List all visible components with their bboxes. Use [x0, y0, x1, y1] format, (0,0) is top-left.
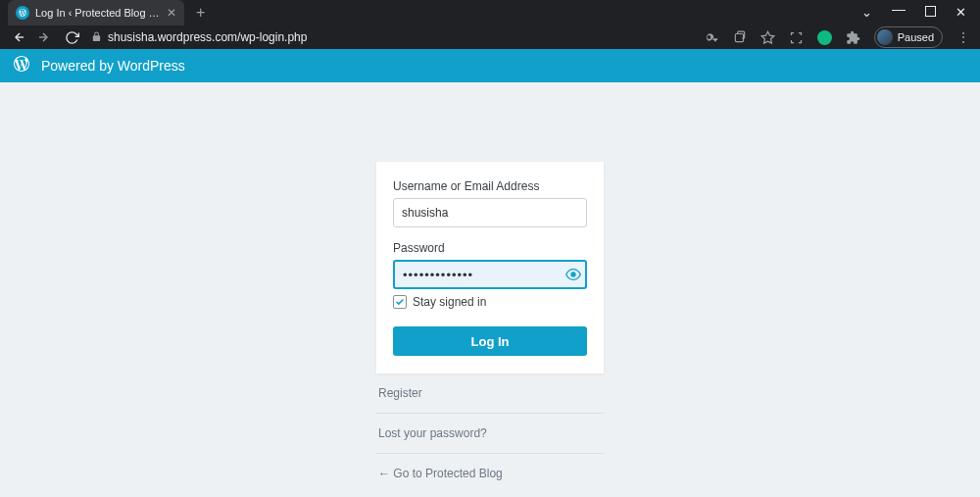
forward-button[interactable] [37, 29, 53, 45]
password-input[interactable] [393, 260, 587, 289]
frame-icon[interactable] [789, 30, 804, 45]
stay-signed-label: Stay signed in [413, 295, 486, 309]
close-tab-icon[interactable]: ✕ [167, 6, 176, 20]
url-bar[interactable]: shusisha.wordpress.com/wp-login.php [91, 30, 693, 44]
share-icon[interactable] [733, 30, 747, 44]
below-links: Register Lost your password? ← Go to Pro… [376, 373, 604, 493]
reload-button[interactable] [65, 30, 79, 45]
key-icon[interactable] [705, 30, 719, 45]
maximize-icon[interactable] [925, 5, 936, 21]
extension-grammarly-icon[interactable] [817, 30, 832, 45]
password-field-group: Password [393, 241, 587, 289]
tab-bar: Log In ‹ Protected Blog — WordP… ✕ + ⌄ —… [0, 0, 980, 25]
browser-tab[interactable]: Log In ‹ Protected Blog — WordP… ✕ [8, 0, 184, 25]
back-to-blog-link[interactable]: ← Go to Protected Blog [376, 454, 604, 493]
extensions-icon[interactable] [846, 30, 860, 45]
chevron-down-icon[interactable]: ⌄ [861, 5, 872, 21]
tab-title: Log In ‹ Protected Blog — WordP… [35, 7, 161, 19]
wordpress-logo-icon [12, 54, 31, 77]
avatar-icon [877, 29, 893, 45]
register-link[interactable]: Register [376, 373, 604, 414]
paused-label: Paused [898, 31, 934, 43]
login-card: Username or Email Address Password Stay … [376, 162, 604, 373]
login-container: Username or Email Address Password Stay … [376, 162, 604, 493]
wp-header: Powered by WordPress [0, 49, 980, 82]
address-bar: shusisha.wordpress.com/wp-login.php Paus… [0, 25, 980, 49]
browser-chrome: Log In ‹ Protected Blog — WordP… ✕ + ⌄ —… [0, 0, 980, 49]
stay-signed-in-row: Stay signed in [393, 295, 587, 309]
lost-password-link[interactable]: Lost your password? [376, 414, 604, 454]
browser-action-icons: Paused ⋮ [705, 26, 970, 48]
back-button[interactable] [10, 29, 25, 45]
url-text: shusisha.wordpress.com/wp-login.php [108, 30, 307, 44]
window-controls: ⌄ — ✕ [861, 5, 980, 21]
stay-signed-checkbox[interactable] [393, 295, 407, 309]
svg-rect-3 [735, 34, 743, 42]
minimize-icon[interactable]: — [892, 1, 906, 17]
svg-rect-0 [926, 7, 936, 17]
username-field-group: Username or Email Address [393, 179, 587, 227]
password-label: Password [393, 241, 587, 255]
new-tab-button[interactable]: + [196, 4, 205, 22]
svg-point-5 [571, 273, 575, 276]
star-icon[interactable] [760, 30, 775, 45]
svg-marker-4 [761, 31, 774, 43]
show-password-icon[interactable] [565, 267, 581, 282]
close-window-icon[interactable]: ✕ [956, 5, 966, 21]
username-label: Username or Email Address [393, 179, 587, 193]
profile-paused-pill[interactable]: Paused [874, 26, 943, 48]
menu-dots-icon[interactable]: ⋮ [956, 29, 970, 45]
lock-icon [91, 31, 102, 44]
wordpress-favicon-icon [16, 6, 29, 20]
username-input[interactable] [393, 198, 587, 227]
login-button[interactable]: Log In [393, 326, 587, 356]
header-title: Powered by WordPress [41, 58, 185, 74]
